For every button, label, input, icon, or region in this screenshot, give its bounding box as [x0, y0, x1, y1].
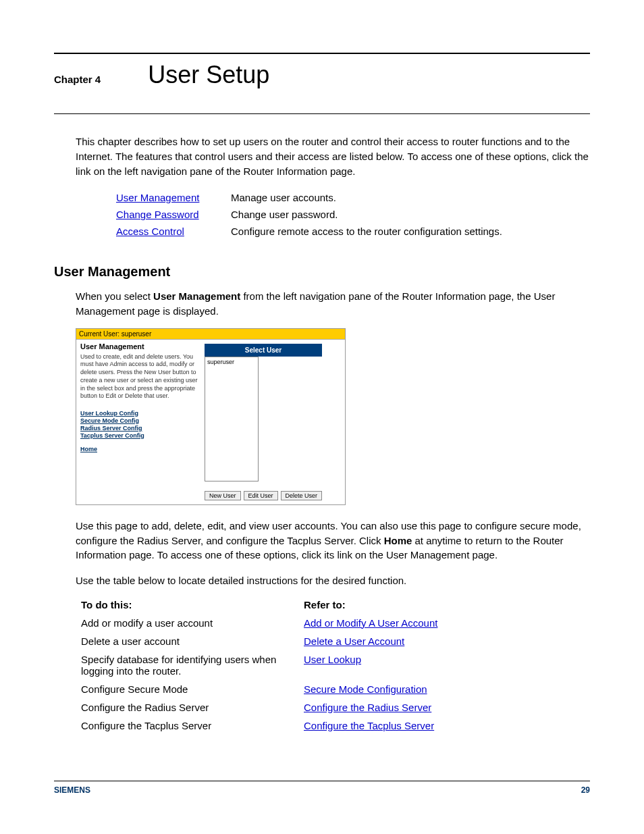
- link-access-control[interactable]: Access Control: [116, 226, 184, 237]
- text-bold-home: Home: [384, 535, 412, 546]
- section-intro-text: When you select: [76, 290, 153, 302]
- ss-title: User Management: [80, 342, 200, 350]
- link-config-tacplus[interactable]: Configure the Tacplus Server: [304, 720, 434, 731]
- feature-table: User Management Manage user accounts. Ch…: [116, 192, 590, 237]
- link-config-radius[interactable]: Configure the Radius Server: [304, 702, 431, 713]
- link-change-password[interactable]: Change Password: [116, 209, 199, 220]
- chapter-header: Chapter 4 User Setup: [54, 61, 590, 89]
- instr-header-left: To do this:: [81, 599, 304, 610]
- ss-desc: Used to create, edit and delete users. Y…: [80, 353, 200, 400]
- footer-row: SIEMENS 29: [54, 785, 590, 795]
- after-ss-paragraph-2: Use the table below to locate detailed i…: [76, 573, 590, 588]
- ss-left-panel: User Management Used to create, edit and…: [76, 340, 205, 459]
- feature-desc: Manage user accounts.: [231, 192, 590, 203]
- section-heading: User Management: [54, 264, 590, 280]
- instr-task: Add or modify a user account: [81, 617, 304, 629]
- link-delete-user[interactable]: Delete a User Account: [304, 635, 404, 647]
- link-secure-mode-config[interactable]: Secure Mode Configuration: [304, 683, 427, 695]
- section-intro: When you select User Management from the…: [76, 289, 590, 319]
- chapter-intro: This chapter describes how to set up use…: [76, 134, 590, 178]
- ss-link-user-lookup[interactable]: User Lookup Config: [80, 410, 200, 417]
- footer-rule: [54, 781, 590, 781]
- chapter-label: Chapter 4: [54, 74, 101, 85]
- ss-body: User Management Used to create, edit and…: [76, 340, 345, 504]
- table-row: Configure the Radius Server Configure th…: [81, 702, 590, 713]
- top-rule: [54, 53, 590, 54]
- ss-link-tacplus[interactable]: Tacplus Server Config: [80, 432, 200, 439]
- ss-link-home[interactable]: Home: [80, 446, 200, 452]
- feature-row: Access Control Configure remote access t…: [116, 226, 590, 237]
- ss-right-panel: Select User superuser New User Edit User…: [205, 340, 326, 504]
- link-add-modify-user[interactable]: Add or Modify A User Account: [304, 617, 437, 629]
- instructions-header: To do this: Refer to:: [81, 599, 590, 610]
- ss-button-row: New User Edit User Delete User: [205, 491, 322, 500]
- after-ss-paragraph-1: Use this page to add, delete, edit, and …: [76, 519, 590, 563]
- instr-task: Configure the Tacplus Server: [81, 720, 304, 731]
- instr-task: Delete a user account: [81, 635, 304, 647]
- feature-desc: Change user password.: [231, 209, 590, 220]
- embedded-screenshot: Current User: superuser User Management …: [76, 328, 346, 505]
- feature-desc: Configure remote access to the router co…: [231, 226, 590, 237]
- instr-task: Configure Secure Mode: [81, 683, 304, 695]
- table-row: Configure the Tacplus Server Configure t…: [81, 720, 590, 731]
- ss-delete-user-button[interactable]: Delete User: [281, 491, 323, 500]
- table-row: Add or modify a user account Add or Modi…: [81, 617, 590, 629]
- table-row: Configure Secure Mode Secure Mode Config…: [81, 683, 590, 695]
- ss-links: User Lookup Config Secure Mode Config Ra…: [80, 410, 200, 452]
- instr-header-right: Refer to:: [304, 599, 590, 610]
- instructions-table: To do this: Refer to: Add or modify a us…: [81, 599, 590, 731]
- section-intro-bold: User Management: [153, 290, 240, 302]
- ss-link-radius[interactable]: Radius Server Config: [80, 425, 200, 432]
- ss-listbox-item[interactable]: superuser: [207, 359, 256, 365]
- link-user-management[interactable]: User Management: [116, 192, 199, 203]
- table-row: Specify database for identifying users w…: [81, 654, 590, 677]
- feature-row: Change Password Change user password.: [116, 209, 590, 220]
- page-content: Chapter 4 User Setup This chapter descri…: [0, 0, 644, 779]
- page-footer: SIEMENS 29: [54, 781, 590, 795]
- header-underline: [54, 113, 590, 114]
- table-row: Delete a user account Delete a User Acco…: [81, 635, 590, 647]
- ss-edit-user-button[interactable]: Edit User: [244, 491, 278, 500]
- ss-current-user-bar: Current User: superuser: [76, 329, 345, 340]
- instr-task: Configure the Radius Server: [81, 702, 304, 713]
- link-user-lookup[interactable]: User Lookup: [304, 654, 361, 665]
- chapter-title: User Setup: [148, 61, 269, 89]
- footer-brand: SIEMENS: [54, 785, 90, 795]
- footer-page-number: 29: [581, 785, 590, 795]
- ss-user-listbox[interactable]: superuser: [205, 357, 259, 481]
- ss-new-user-button[interactable]: New User: [205, 491, 241, 500]
- feature-row: User Management Manage user accounts.: [116, 192, 590, 203]
- ss-select-header: Select User: [205, 344, 322, 357]
- instr-task: Specify database for identifying users w…: [81, 654, 304, 677]
- ss-link-secure-mode[interactable]: Secure Mode Config: [80, 417, 200, 424]
